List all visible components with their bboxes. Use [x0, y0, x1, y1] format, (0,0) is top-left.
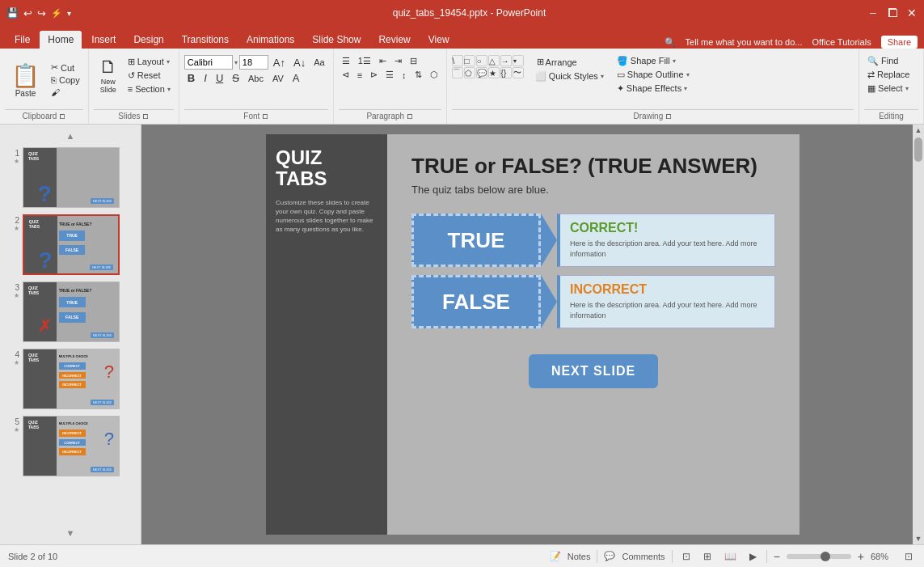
- zoom-in-icon[interactable]: +: [858, 550, 864, 563]
- copy-button[interactable]: ⎘ Copy: [48, 74, 83, 86]
- replace-button[interactable]: ⇄ Replace: [864, 69, 913, 81]
- scroll-down-arrow[interactable]: ▼: [3, 527, 137, 539]
- shape-oval-btn[interactable]: ○: [476, 55, 487, 66]
- line-spacing-button[interactable]: ↕: [399, 70, 410, 81]
- shape-more-btn[interactable]: ▾: [513, 55, 524, 66]
- vertical-scrollbar[interactable]: ▲ ▼: [913, 125, 924, 544]
- true-tab-label[interactable]: TRUE: [411, 214, 541, 267]
- save-icon[interactable]: 💾: [6, 7, 19, 19]
- decrease-font-button[interactable]: A↓: [290, 56, 309, 70]
- tab-file[interactable]: File: [6, 31, 38, 49]
- clear-format-button[interactable]: Aa: [310, 57, 327, 68]
- slide-thumb-5[interactable]: 5 ★ QUIZTABS MULTIPLE CHOICE INCORRECT C…: [3, 414, 137, 478]
- numbering-button[interactable]: 1☰: [355, 55, 374, 67]
- slide-thumb-img-4[interactable]: QUIZTABS MULTIPLE CHOICE CORRECT INCORRE…: [23, 349, 120, 409]
- tab-review[interactable]: Review: [370, 31, 418, 49]
- shape-rect-btn[interactable]: □: [464, 55, 475, 66]
- tab-home[interactable]: Home: [40, 31, 82, 49]
- align-left-button[interactable]: ⊲: [339, 69, 352, 81]
- shape-line-btn[interactable]: \: [452, 55, 463, 66]
- strikethrough-button[interactable]: S: [229, 71, 243, 85]
- align-center-button[interactable]: ≡: [354, 70, 365, 81]
- shape-wave-btn[interactable]: 〜: [513, 67, 524, 78]
- shape-effects-button[interactable]: ✦ Shape Effects ▾: [614, 83, 693, 95]
- scroll-down-btn[interactable]: ▼: [913, 533, 924, 544]
- slide-thumb-img-2[interactable]: QUIZTABS TRUE or FALSE? TRUE FALSE ? NEX…: [23, 214, 120, 275]
- text-shadow-button[interactable]: A‌bc: [245, 73, 267, 84]
- increase-font-button[interactable]: A↑: [270, 56, 289, 70]
- slide-thumb-2[interactable]: 2 ★ QUIZTABS TRUE or FALSE? TRUE FALSE ?…: [3, 213, 137, 277]
- italic-button[interactable]: I: [200, 71, 210, 85]
- layout-button[interactable]: ⊞ Layout ▾: [124, 56, 174, 68]
- slide-thumb-img-1[interactable]: QUIZTABS ? NEXT SLIDE: [23, 147, 120, 208]
- quick-styles-button[interactable]: ⬜ Quick Styles ▾: [532, 70, 607, 83]
- shape-outline-button[interactable]: ▭ Shape Outline ▾: [614, 69, 693, 81]
- select-button[interactable]: ▦ Select ▾: [864, 83, 913, 95]
- tab-view[interactable]: View: [420, 31, 458, 49]
- zoom-level[interactable]: 68%: [871, 552, 895, 561]
- false-answer-tab[interactable]: FALSE INCORRECT Here is the description …: [411, 275, 775, 328]
- reset-button[interactable]: ↺ Reset: [124, 70, 174, 82]
- zoom-out-icon[interactable]: −: [774, 550, 780, 563]
- font-size-input[interactable]: [239, 55, 268, 70]
- character-spacing-button[interactable]: AV: [269, 73, 287, 84]
- office-tutorials[interactable]: Office Tutorials: [812, 37, 871, 47]
- format-painter-button[interactable]: 🖌: [48, 87, 83, 98]
- find-button[interactable]: 🔍 Find: [864, 55, 913, 67]
- columns-button[interactable]: ⊟: [407, 55, 420, 67]
- shape-tri-btn[interactable]: △: [488, 55, 500, 66]
- tab-insert[interactable]: Insert: [83, 31, 124, 49]
- slide-thumb-1[interactable]: 1 ★ QUIZTABS ? NEXT SLIDE: [3, 146, 137, 209]
- shape-bracket-btn[interactable]: {}: [500, 67, 512, 78]
- restore-button[interactable]: ⧠: [887, 7, 898, 19]
- tab-slideshow[interactable]: Slide Show: [304, 31, 369, 49]
- cut-button[interactable]: ✂ Cut: [48, 61, 83, 74]
- shape-pentagon-btn[interactable]: ⬠: [464, 67, 475, 78]
- font-name-input[interactable]: [184, 55, 233, 70]
- scroll-thumb-v[interactable]: [914, 138, 922, 162]
- slide-sorter-icon[interactable]: ⊞: [700, 549, 715, 564]
- next-slide-button[interactable]: NEXT SLIDE: [529, 354, 658, 388]
- tab-design[interactable]: Design: [125, 31, 171, 49]
- justify-button[interactable]: ☰: [382, 69, 397, 81]
- font-name-dropdown[interactable]: ▾: [234, 59, 238, 66]
- close-button[interactable]: ✕: [906, 7, 918, 19]
- shape-fill-button[interactable]: 🪣 Shape Fill ▾: [614, 55, 693, 67]
- paste-button[interactable]: 📋 Paste: [5, 62, 46, 98]
- bullets-button[interactable]: ☰: [339, 55, 353, 67]
- comments-button[interactable]: Comments: [622, 552, 665, 561]
- notes-button[interactable]: Notes: [567, 552, 591, 561]
- true-answer-tab[interactable]: TRUE CORRECT! Here is the description ar…: [411, 214, 775, 267]
- redo-icon[interactable]: ↪: [37, 7, 46, 19]
- shape-arrow-btn[interactable]: →: [500, 55, 512, 66]
- zoom-slider[interactable]: [787, 554, 851, 559]
- slide-thumb-3[interactable]: 3 ★ QUIZTABS TRUE or FALSE? TRUE FALSE ✗…: [3, 280, 137, 344]
- minimize-button[interactable]: ─: [867, 7, 879, 19]
- smart-art-button[interactable]: ⬡: [427, 69, 441, 81]
- undo-icon[interactable]: ↩: [23, 7, 32, 19]
- slide-thumb-4[interactable]: 4 ★ QUIZTABS MULTIPLE CHOICE CORRECT INC…: [3, 347, 137, 411]
- false-tab-label[interactable]: FALSE: [411, 275, 541, 328]
- tell-me-search[interactable]: Tell me what you want to do...: [686, 37, 803, 47]
- text-direction-button[interactable]: ⇅: [411, 69, 425, 81]
- share-button[interactable]: Share: [881, 36, 918, 49]
- arrange-button[interactable]: ⊞ Arrange: [532, 55, 607, 69]
- bold-button[interactable]: B: [184, 71, 198, 85]
- shape-callout-btn[interactable]: 💬: [476, 67, 487, 78]
- slide-thumb-img-5[interactable]: QUIZTABS MULTIPLE CHOICE INCORRECT CORRE…: [23, 416, 120, 476]
- normal-view-icon[interactable]: ⊡: [679, 549, 694, 564]
- shape-curve-btn[interactable]: ⌒: [452, 67, 463, 78]
- font-color-button[interactable]: A: [289, 71, 303, 85]
- fit-to-window-icon[interactable]: ⊡: [901, 549, 916, 564]
- new-slide-button[interactable]: 🗋 NewSlide: [94, 55, 123, 95]
- scroll-up-arrow[interactable]: ▲: [3, 129, 137, 142]
- section-button[interactable]: ≡ Section ▾: [124, 83, 174, 95]
- reading-view-icon[interactable]: 📖: [721, 549, 740, 564]
- slideshow-view-icon[interactable]: ▶: [746, 549, 760, 564]
- increase-indent-button[interactable]: ⇥: [391, 55, 405, 67]
- tab-animations[interactable]: Animations: [238, 31, 302, 49]
- align-right-button[interactable]: ⊳: [367, 69, 381, 81]
- tab-transitions[interactable]: Transitions: [174, 31, 237, 49]
- zoom-thumb[interactable]: [821, 552, 830, 561]
- scroll-up-btn[interactable]: ▲: [913, 125, 924, 136]
